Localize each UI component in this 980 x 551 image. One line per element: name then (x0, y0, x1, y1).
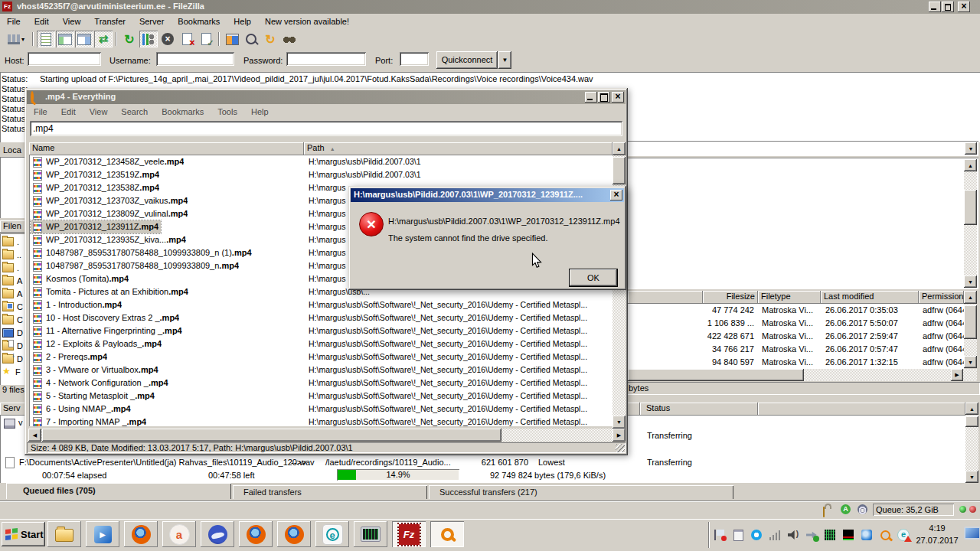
scroll-thumb[interactable] (628, 369, 804, 381)
queue-server-label[interactable]: v (18, 418, 23, 427)
restore-button[interactable] (942, 2, 954, 12)
resize-grip[interactable] (616, 444, 625, 452)
taskbar-firefox-button[interactable] (239, 521, 273, 547)
taskbar-firefox-button[interactable] (277, 521, 311, 547)
port-input[interactable] (400, 52, 429, 66)
menu-item-server[interactable]: Server (132, 14, 171, 29)
taskbar-monitor-button[interactable] (354, 521, 387, 547)
taskbar-filezilla-button[interactable] (392, 521, 426, 547)
tab-successful-transfers-217[interactable]: Successful transfers (217) (429, 485, 733, 499)
close-button[interactable] (612, 92, 624, 103)
file-row[interactable]: 7 - Importing NMAP _.mp4H:\margus\usb\So… (29, 416, 612, 426)
speed-gauge-icon[interactable] (858, 504, 867, 514)
queue-header-status[interactable]: Status (640, 403, 758, 416)
path-column-header[interactable]: Path ▲ (304, 142, 612, 155)
toggle-queue-button[interactable] (94, 31, 113, 47)
tray-updates-icon[interactable] (861, 529, 873, 541)
menu-item-view[interactable]: View (56, 14, 88, 29)
remote-file-row[interactable]: 1 106 839 ...Matroska Vi...26.06.2017 5:… (628, 317, 964, 330)
toggle-local-tree-button[interactable] (56, 31, 74, 47)
scroll-down-icon[interactable]: ▼ (964, 356, 977, 368)
scroll-up-icon[interactable]: ▲ (965, 403, 978, 415)
menu-item-bookmarks[interactable]: Bookmarks (171, 14, 227, 29)
taskbar-everything-button[interactable] (430, 521, 464, 547)
tray-eset-alert-icon[interactable] (897, 529, 910, 541)
toggle-log-button[interactable] (37, 31, 55, 47)
scroll-thumb[interactable] (612, 157, 626, 184)
remote-list-scrollbar[interactable]: ▼ (964, 304, 977, 368)
scroll-right-icon[interactable]: ▶ (951, 369, 963, 381)
start-button[interactable]: Start (2, 522, 45, 546)
scroll-down-icon[interactable]: ▼ (964, 276, 977, 288)
remote-h-scrollbar[interactable]: ▶ (628, 369, 977, 381)
taskbar-explorer-button[interactable] (47, 521, 81, 547)
remote-file-row[interactable]: 47 774 242Matroska Vi...26.06.2017 0:35:… (628, 304, 964, 317)
file-row[interactable]: 6 - Using NMAP_.mp4H:\margus\usb\Soft\So… (29, 403, 612, 416)
remote-file-row[interactable]: 422 428 671Matroska Vi...26.06.2017 2:59… (628, 330, 964, 343)
remote-file-row[interactable]: 34 766 217Matroska Vi...26.06.2017 0:57:… (628, 343, 964, 356)
quickconnect-dropdown-button[interactable]: ▼ (498, 51, 511, 69)
remote-header-filesize[interactable]: Filesize (703, 291, 758, 304)
host-input[interactable] (28, 52, 101, 66)
scroll-thumb[interactable] (964, 305, 977, 339)
remote-header-empty[interactable] (628, 291, 703, 304)
file-row[interactable]: 10 - Host Discovery Extras 2 _.mp4H:\mar… (29, 311, 612, 324)
scroll-thumb[interactable] (965, 416, 978, 427)
menu-item-help[interactable]: Help (227, 14, 258, 29)
site-manager-button[interactable]: ▾ (3, 31, 29, 47)
close-button[interactable] (958, 2, 970, 12)
tray-usb-icon[interactable] (805, 529, 818, 541)
tray-console-icon[interactable] (842, 529, 854, 541)
file-row[interactable]: 3 - VMware or Virtualbox.mp4H:\margus\us… (29, 364, 612, 377)
remote-header-permissions[interactable]: Permissions (919, 291, 964, 304)
taskbar-seamonkey-button[interactable] (201, 521, 234, 547)
file-row[interactable]: 2 - Prereqs.mp4H:\margus\usb\Soft\Softwa… (29, 350, 612, 364)
menu-item-transfer[interactable]: Transfer (87, 14, 132, 29)
ok-button[interactable]: OK (570, 269, 617, 286)
tray-signal-icon[interactable] (769, 529, 781, 541)
minimize-button[interactable] (585, 92, 597, 103)
menu-item-edit[interactable]: Edit (54, 104, 83, 119)
directory-compare-button[interactable] (223, 31, 241, 47)
tray-clipboard-icon[interactable] (732, 529, 744, 541)
menu-item-file[interactable]: File (27, 104, 54, 119)
minimize-button[interactable] (929, 2, 941, 12)
show-desktop-icon[interactable] (964, 527, 980, 540)
scroll-thumb[interactable] (42, 429, 501, 442)
tray-record-icon[interactable] (750, 529, 763, 541)
remote-header-filetype[interactable]: Filetype (758, 291, 821, 304)
name-column-header[interactable]: Name (29, 142, 304, 155)
close-button[interactable] (610, 190, 622, 201)
menu-item-tools[interactable]: Tools (211, 104, 244, 119)
toggle-remote-tree-button[interactable] (75, 31, 93, 47)
file-row[interactable]: 4 - Network Configuration _.mp4H:\margus… (29, 377, 612, 390)
menu-item-file[interactable]: File (0, 14, 28, 29)
remote-tree[interactable]: ▲ ▼ (626, 158, 978, 289)
scroll-left-icon[interactable]: ◀ (28, 429, 41, 442)
cancel-button[interactable] (158, 31, 177, 47)
tray-action-flag-icon[interactable] (714, 529, 726, 541)
username-input[interactable] (156, 52, 234, 66)
taskbar-eset-button[interactable] (315, 521, 349, 547)
file-row[interactable]: 12 - Exploits & Payloads_.mp4H:\margus\u… (29, 337, 612, 350)
file-row[interactable]: 1 - Introduction.mp4H:\margus\usb\Soft\S… (29, 298, 612, 311)
menu-item-view[interactable]: View (83, 104, 115, 119)
quickconnect-button[interactable]: Quickconnect (436, 51, 498, 69)
search-input[interactable] (30, 121, 622, 136)
process-queue-button[interactable] (139, 31, 158, 47)
queue-scrollbar[interactable]: ▲ ▼ (965, 403, 978, 483)
scroll-thumb[interactable] (964, 190, 977, 225)
remote-header-lastmodified[interactable]: Last modified (821, 291, 919, 304)
taskbar-wmp-button[interactable] (86, 521, 119, 547)
file-row[interactable]: 11 - Alternative Fingerprinting _.mp4H:\… (29, 324, 612, 337)
menu-item-edit[interactable]: Edit (28, 14, 56, 29)
file-row[interactable]: 5 - Starting Metasploit _.mp4H:\margus\u… (29, 390, 612, 403)
tray-volume-icon[interactable] (787, 529, 799, 541)
tray-everything-search-icon[interactable] (879, 529, 891, 541)
file-row[interactable]: WP_20170312_123458Z_veele.mp4H:\margus\u… (29, 155, 612, 168)
queue-header-empty[interactable] (758, 403, 965, 416)
tray-clock[interactable]: 4:19 27.07.2017 (913, 522, 962, 546)
disconnect-button[interactable] (178, 31, 196, 47)
combo-dropdown-icon[interactable]: ▼ (965, 142, 977, 155)
binoculars-button[interactable] (280, 31, 299, 47)
